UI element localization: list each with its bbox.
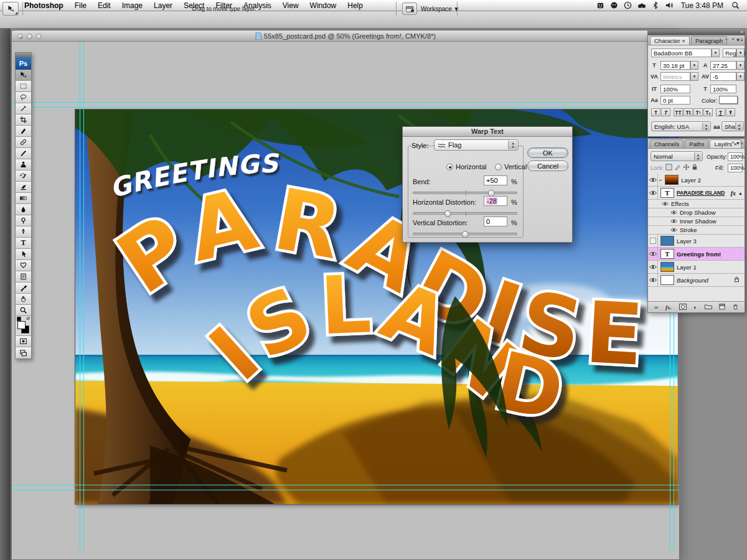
visibility-eye-icon[interactable] [648,174,658,186]
text-color-swatch[interactable] [719,96,738,104]
tool-magic-wand[interactable] [16,103,31,114]
canvas-image[interactable]: GREETINGS FROM! PARADISE ISLAND [75,110,678,504]
blend-mode-popup[interactable]: Normal▲▼ [651,151,703,161]
small-caps-button[interactable]: Tt [684,108,693,116]
time-machine-menu-icon[interactable] [621,1,635,11]
tool-gradient[interactable] [16,193,31,204]
tool-notes[interactable] [16,271,31,282]
link-layers-icon[interactable]: ∞ [654,304,658,310]
palette-grip[interactable] [16,53,31,57]
tool-blur[interactable] [16,204,31,215]
tool-spot-healing-brush[interactable] [16,137,31,148]
lock-all-icon[interactable] [692,164,698,172]
visibility-eye-icon[interactable] [648,248,658,260]
v-distortion-slider[interactable] [413,233,517,235]
baseline-shift-field[interactable]: 0 pt [660,96,690,105]
effects-eye-icon[interactable] [662,200,669,207]
workspace-icon-button[interactable] [402,2,417,15]
visibility-eye-icon[interactable] [648,261,658,273]
tool-history-brush[interactable] [16,170,31,182]
effect-row[interactable]: Drop Shadow [648,208,745,217]
font-size-field[interactable]: 30.18 pt [660,61,690,70]
underline-button[interactable]: T [716,108,725,116]
layer-row[interactable]: Layer 1 [648,261,745,274]
tab-channels[interactable]: Channels [650,139,684,148]
tool-pen[interactable] [16,226,31,238]
style-popup[interactable]: Flag ▲▼ [434,139,519,151]
tracking-field[interactable]: -5 [710,72,736,81]
layer-thumbnail[interactable] [660,262,674,272]
visibility-eye-icon[interactable] [648,274,658,286]
chat-menu-icon[interactable] [608,1,621,11]
font-style-dropdown[interactable]: ▼ [736,49,745,57]
faux-bold-button[interactable]: T [651,108,660,116]
effect-row[interactable]: Stroke [648,226,745,235]
effect-eye-icon[interactable] [670,209,677,216]
bend-input[interactable] [484,175,507,185]
warp-dialog-title[interactable]: Warp Text [403,127,572,137]
tool-type[interactable]: T [16,238,31,249]
binoculars-menu-icon[interactable] [635,1,649,11]
bend-slider[interactable] [413,192,517,194]
panel-window-controls[interactable]: – × [725,139,736,145]
workspace-label[interactable]: Workspace ▼ [421,6,460,12]
document-title-bar[interactable]: 55x85_postcard.psd @ 50% (Greetings from… [12,30,679,42]
effect-eye-icon[interactable] [670,226,677,233]
screen-mode-button[interactable] [16,347,31,358]
visibility-eye-empty[interactable] [648,235,658,247]
pasteboard[interactable]: GREETINGS FROM! PARADISE ISLAND [12,42,679,551]
add-mask-icon[interactable] [679,304,687,311]
tool-hand[interactable] [16,294,31,305]
h-distortion-slider-knob[interactable] [444,210,451,217]
leading-field[interactable]: 27.25 pt [710,61,736,70]
v-distortion-slider-knob[interactable] [462,231,469,238]
swap-colors-icon[interactable]: ⇄ [26,316,30,321]
all-caps-button[interactable]: TT [674,108,683,116]
layer-thumbnail[interactable] [665,175,679,185]
delete-layer-icon[interactable] [733,304,738,311]
leading-dropdown[interactable]: ▼ [736,61,745,70]
tab-paragraph[interactable]: Paragraph [691,36,727,45]
orientation-horizontal-radio[interactable]: Horizontal [446,163,487,170]
spotlight-icon[interactable] [728,1,742,11]
menubar-clock[interactable]: Tue 3:48 PM [676,1,728,10]
type-layer-thumbnail[interactable]: T [660,188,674,198]
tool-lasso[interactable] [16,92,31,103]
ok-button[interactable]: OK [527,147,568,158]
tool-slice[interactable] [16,126,31,137]
tracking-dropdown[interactable]: ▼ [736,72,745,81]
subscript-button[interactable]: T₁ [703,108,713,116]
volume-menu-icon[interactable] [662,1,676,11]
tab-paths[interactable]: Paths [685,139,708,148]
h-distortion-input[interactable]: -28 [484,196,507,206]
tool-path-selection[interactable] [16,249,31,260]
effect-eye-icon[interactable] [670,218,677,225]
layer-row-selected[interactable]: T Greetings from! [648,248,745,261]
tool-crop[interactable] [16,114,31,126]
font-family-field[interactable]: BadaBoom BB [651,49,712,57]
effect-row[interactable]: Inner Shadow [648,217,745,226]
foreground-color-swatch[interactable] [17,321,26,329]
orientation-vertical-radio[interactable]: Vertical [495,163,527,170]
fx-badge[interactable]: fx [731,190,736,197]
tab-character[interactable]: Character × [650,36,690,45]
superscript-button[interactable]: T¹ [693,108,703,116]
font-family-dropdown[interactable]: ▼ [712,49,720,57]
font-style-field[interactable]: Regular [723,49,736,57]
tool-brush[interactable] [16,148,31,159]
default-colors-icon[interactable] [17,317,21,321]
tool-dodge[interactable] [16,215,31,226]
tool-zoom[interactable] [16,305,31,316]
quick-mask-button[interactable] [16,336,31,347]
strikethrough-button[interactable]: Ŧ [726,108,735,116]
new-group-icon[interactable] [705,304,712,310]
visibility-eye-icon[interactable] [648,187,658,199]
tool-eyedropper[interactable] [16,282,31,294]
opacity-field[interactable]: 100% [728,152,743,161]
panel-window-controls[interactable]: – × [725,36,736,42]
vertical-scale-field[interactable]: 100% [660,85,690,93]
type-layer-thumbnail[interactable]: T [660,249,674,259]
faux-italic-button[interactable]: T [661,108,670,116]
guide-horizontal[interactable] [12,107,679,108]
fill-field[interactable]: 100% [728,164,743,172]
